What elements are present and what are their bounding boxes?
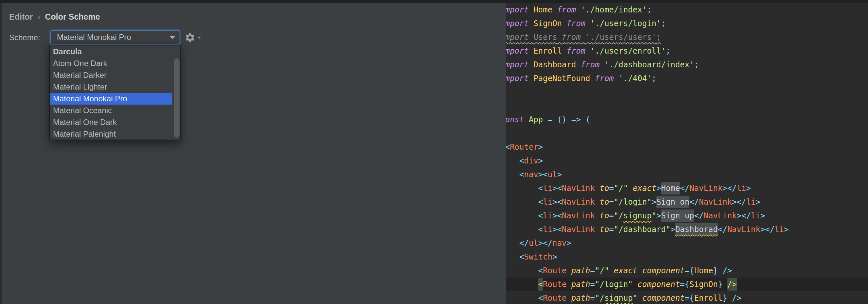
page-title: Color Scheme — [45, 12, 100, 22]
scheme-combobox-value: Material Monokai Pro — [51, 33, 165, 42]
code-line-14: <li><NavLink to="/" exact>Home</NavLink>… — [506, 181, 789, 195]
scheme-option-atom-one-dark[interactable]: Atom One Dark — [50, 58, 172, 69]
code-line-19: <Switch> — [506, 250, 789, 264]
code-line-18: </ul></nav> — [506, 236, 789, 250]
scheme-option-material-lighter[interactable]: Material Lighter — [50, 81, 172, 93]
scheme-option-material-palenight[interactable]: Material Palenight — [50, 128, 172, 140]
color-scheme-dropdown: DarculaAtom One DarkMaterial DarkerMater… — [50, 45, 181, 140]
breadcrumb-editor[interactable]: Editor — [9, 12, 33, 22]
code-line-9: const App = () => ( — [506, 113, 789, 127]
code-line-7 — [506, 85, 789, 99]
scheme-combobox[interactable]: Material Monokai Pro — [50, 30, 180, 44]
breadcrumb-chevron-icon: › — [37, 13, 40, 21]
code-line-5: import Dashboard from './dashboard/index… — [506, 58, 789, 72]
code-line-16: <li><NavLink to="/signup">Sign up</NavLi… — [506, 209, 789, 223]
scheme-label: Scheme: — [9, 33, 40, 42]
code-line-22: <Route path="/signup" component={Enroll}… — [506, 291, 789, 304]
scheme-actions-button[interactable] — [184, 32, 204, 43]
code-line-10 — [506, 127, 789, 140]
code-line-20: <Route path="/" exact component={Home} /… — [506, 264, 789, 277]
color-scheme-option-list: DarculaAtom One DarkMaterial DarkerMater… — [50, 46, 172, 140]
code-line-8 — [506, 99, 789, 113]
code-line-3: import Users from './users/users'; — [506, 30, 789, 44]
settings-pane: Editor › Color Scheme Scheme: Material M… — [0, 3, 506, 304]
scheme-option-material-oceanic[interactable]: Material Oceanic — [50, 105, 172, 116]
combobox-arrow-button[interactable] — [165, 36, 180, 39]
dropdown-scrollbar-thumb[interactable] — [174, 59, 180, 138]
code-line-1: import Home from './home/index'; — [506, 3, 789, 17]
chevron-down-icon — [169, 36, 175, 39]
code-line-6: import PageNotFound from './404'; — [506, 72, 789, 85]
code-line-12: <div> — [506, 154, 789, 168]
code-line-21: <Route path="/login" component={SignOn} … — [506, 277, 789, 291]
code-line-15: <li><NavLink to="/login">Sign on</NavLin… — [506, 195, 789, 209]
code-line-13: <nav><ul> — [506, 168, 789, 181]
code-line-17: <li><NavLink to="/dashboard">Dashborad</… — [506, 223, 789, 236]
code-preview: import Home from './home/index';import S… — [506, 3, 789, 304]
editor-preview-pane[interactable]: import Home from './home/index';import S… — [506, 3, 868, 304]
code-line-2: import SignOn from './users/login'; — [506, 17, 789, 30]
scheme-option-material-one-dark[interactable]: Material One Dark — [50, 116, 172, 128]
gear-icon — [184, 32, 195, 43]
code-line-4: import Enroll from './users/enroll'; — [506, 44, 789, 58]
chevron-down-small-icon — [197, 37, 201, 39]
scheme-option-material-monokai-pro[interactable]: Material Monokai Pro — [50, 93, 172, 105]
code-line-11: <Router> — [506, 140, 789, 154]
breadcrumb: Editor › Color Scheme — [9, 12, 100, 22]
scheme-option-material-darker[interactable]: Material Darker — [50, 69, 172, 81]
window-top-edge — [0, 0, 868, 3]
scheme-option-darcula[interactable]: Darcula — [50, 46, 172, 58]
window-left-edge — [0, 3, 2, 304]
